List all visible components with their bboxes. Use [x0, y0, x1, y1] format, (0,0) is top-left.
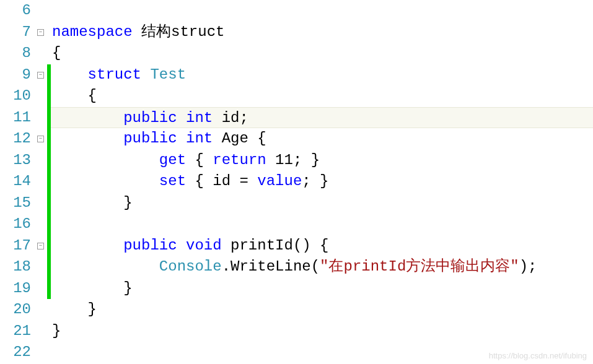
fold-toggle-icon[interactable]: −: [37, 243, 44, 249]
code-line: }: [51, 193, 593, 214]
line-number: 11: [0, 107, 31, 129]
fold-toggle-icon[interactable]: −: [37, 29, 44, 36]
line-number: 22: [0, 342, 31, 363]
code-line: }: [51, 278, 593, 300]
code-line: struct Test: [51, 64, 593, 86]
code-line-current: public int id;: [51, 107, 593, 129]
line-number: 12: [0, 128, 31, 150]
line-number: 13: [0, 150, 31, 171]
line-number: 21: [0, 321, 31, 342]
line-number-gutter: 678910111213141516171819202122: [0, 0, 36, 364]
line-number: 8: [0, 43, 31, 64]
fold-toggle-icon[interactable]: −: [37, 72, 44, 79]
line-number: 15: [0, 193, 31, 214]
code-area[interactable]: namespace 结构struct { struct Test { publi…: [51, 0, 593, 364]
code-line: namespace 结构struct: [51, 22, 593, 43]
code-line: set { id = value; }: [51, 171, 593, 193]
code-line: public int Age {: [51, 128, 593, 150]
code-line: get { return 11; }: [51, 150, 593, 171]
line-number: 19: [0, 278, 31, 300]
code-line: }: [51, 299, 593, 321]
line-number: 17: [0, 235, 31, 257]
code-editor[interactable]: 678910111213141516171819202122 −−−− name…: [0, 0, 593, 364]
code-line: [51, 214, 593, 235]
line-number: 10: [0, 85, 31, 107]
line-number: 14: [0, 171, 31, 193]
code-line: {: [51, 43, 593, 64]
fold-column[interactable]: −−−−: [36, 0, 47, 364]
line-number: 18: [0, 256, 31, 278]
code-line: }: [51, 321, 593, 342]
line-number: 7: [0, 22, 31, 43]
fold-toggle-icon[interactable]: −: [37, 136, 44, 142]
code-line: Console.WriteLine("在printId方法中输出内容");: [51, 256, 593, 278]
line-number: 9: [0, 64, 31, 86]
line-number: 16: [0, 214, 31, 235]
watermark: https://blog.csdn.net/ifubing: [489, 351, 587, 360]
line-number: 20: [0, 299, 31, 321]
code-line: public void printId() {: [51, 235, 593, 257]
code-line: [51, 0, 593, 22]
line-number: 6: [0, 0, 31, 22]
code-line: {: [51, 85, 593, 107]
